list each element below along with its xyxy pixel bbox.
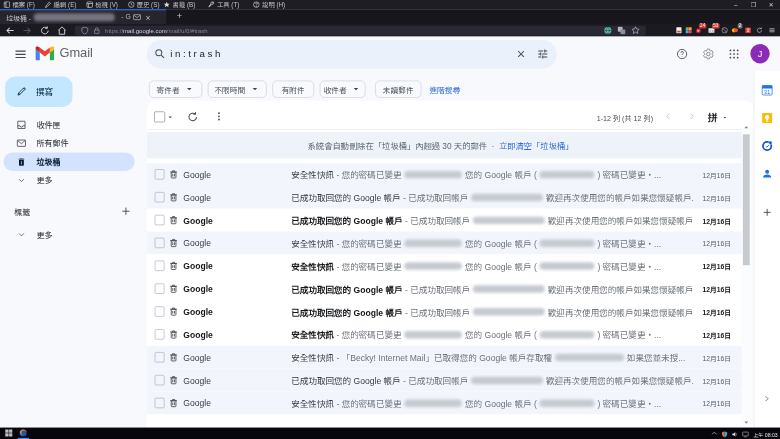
svg-text:31: 31 xyxy=(764,89,770,95)
